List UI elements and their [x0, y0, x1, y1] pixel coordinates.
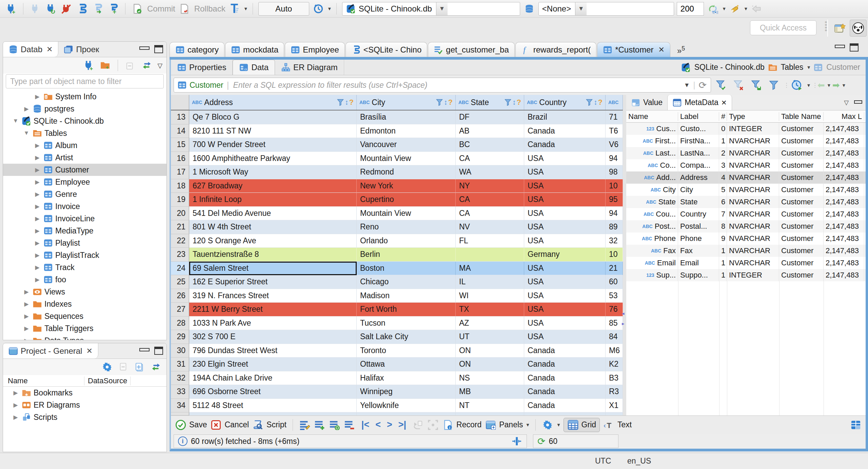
row-number[interactable]: 26 — [171, 289, 189, 303]
tab-overflow-indicator[interactable]: »5 — [677, 45, 685, 56]
maximize-icon[interactable] — [154, 45, 163, 53]
meta-column-table-name[interactable]: Table Name — [779, 112, 824, 121]
grid-cell[interactable]: NS — [456, 371, 524, 385]
chevron-right-icon[interactable]: ▶ — [23, 325, 30, 332]
text-view-button[interactable]: ‹T Text — [603, 419, 632, 431]
panel-menu-icon[interactable]: ▽ — [844, 99, 849, 106]
save-button[interactable]: Save — [175, 419, 207, 431]
grid-cell[interactable]: Mountain View — [357, 152, 456, 166]
chevron-right-icon[interactable]: ▶ — [12, 389, 19, 396]
column-hint-icon[interactable]: ? — [448, 98, 453, 107]
column-header-address[interactable]: ABCAddress↕? — [189, 95, 357, 110]
grid-cell[interactable]: 162 E Superior Street — [189, 275, 357, 289]
grid-cell[interactable]: Tauentzienstraße 8 — [189, 248, 357, 262]
metadata-row[interactable]: ABCLast...LastNa...2NVARCHARCustomer2,14… — [626, 147, 866, 159]
grid-cell[interactable]: USA — [524, 303, 606, 317]
minimize-icon[interactable] — [835, 45, 845, 48]
prev-row-icon[interactable]: < — [375, 420, 381, 430]
grid-cell[interactable]: AB — [456, 124, 524, 138]
tree-item-system-info[interactable]: ▶iSystem Info — [3, 90, 166, 103]
grid-cell[interactable]: USA — [524, 234, 606, 248]
minimize-icon[interactable] — [139, 46, 150, 50]
tab-database-navigator[interactable]: Datab ✕ — [3, 42, 58, 57]
grid-cell[interactable]: Canada — [524, 124, 606, 138]
maximize-icon[interactable] — [154, 347, 163, 355]
datasource-combo[interactable]: SQLite - Chinook.db ▼ — [342, 2, 520, 16]
grid-cell[interactable]: Reno — [357, 220, 456, 234]
tree-item-table-triggers[interactable]: ▶Table Triggers — [3, 322, 166, 334]
meta-column-max-l[interactable]: Max L — [824, 112, 864, 121]
refresh-count-box[interactable]: ⟳ 60 — [533, 434, 618, 448]
calc-panel-icon[interactable] — [850, 419, 862, 431]
grid-cell[interactable]: Canada — [524, 399, 606, 413]
panel-splitter[interactable]: ◂ ▸ — [623, 95, 626, 415]
grid-cell[interactable]: Halifax — [357, 371, 456, 385]
transaction-mode-caret[interactable]: ▾ — [244, 5, 247, 12]
row-number[interactable]: 16 — [171, 152, 189, 166]
metadata-row[interactable]: ABCCo...Compa...3NVARCHARCustomer2,147,4… — [626, 159, 866, 171]
grid-cell[interactable]: 76 — [606, 303, 623, 317]
breadcrumb-entity[interactable]: Customer — [826, 63, 860, 72]
object-filter-input[interactable]: Type part of object name to filter — [6, 74, 164, 88]
grid-cell[interactable]: Ottawa — [357, 358, 456, 371]
grid-cell[interactable]: Yellowknife — [357, 399, 456, 413]
grid-cell[interactable]: Mountain View — [357, 207, 456, 221]
column-header-country[interactable]: ABCCountry↕? — [524, 95, 606, 110]
sql-generator-caret[interactable]: ▾ — [745, 5, 747, 12]
project-item-er-diagrams[interactable]: ▶ER Diagrams — [3, 399, 166, 411]
metadata-row[interactable]: ABCStateState6NVARCHARCustomer2,147,483 — [626, 196, 866, 208]
grid-cell[interactable]: 94 — [606, 152, 623, 166]
nav-forward-icon[interactable]: ➡ — [832, 80, 840, 90]
grid-cell[interactable]: T6 — [606, 124, 623, 138]
grid-cell[interactable]: MA — [456, 262, 524, 276]
nav-new-folder-icon[interactable]: + — [99, 59, 112, 72]
chevron-down-icon[interactable]: ▼ — [12, 118, 19, 124]
tab-project-general[interactable]: Project - General ✕ — [3, 343, 98, 359]
tree-item-foo[interactable]: ▶foo — [3, 273, 166, 286]
tab-metadata[interactable]: MetaData ✕ — [667, 95, 732, 110]
column-hint-icon[interactable]: ? — [349, 98, 354, 107]
filter-funnel-icon[interactable] — [586, 99, 593, 106]
maximize-icon[interactable] — [850, 43, 859, 52]
close-icon[interactable]: ✕ — [721, 99, 727, 107]
grid-cell[interactable]: USA — [524, 179, 606, 193]
grid-cell[interactable]: BC — [456, 138, 524, 152]
grid-cell[interactable]: 84 — [606, 330, 623, 344]
chevron-right-icon[interactable]: ▶ — [34, 179, 41, 186]
grid-cell[interactable]: 53 — [606, 289, 623, 303]
grid-cell[interactable]: USA — [524, 317, 606, 330]
grid-cell[interactable]: USA — [524, 165, 606, 179]
grid-cell[interactable]: 89 — [606, 220, 623, 234]
grid-cell[interactable]: CA — [456, 193, 524, 207]
zoom-cell-icon[interactable] — [427, 419, 439, 431]
tree-item-customer[interactable]: ▶Customer — [3, 164, 166, 176]
project-col-datasource[interactable]: DataSource — [84, 376, 131, 385]
disconnect-icon[interactable] — [60, 2, 73, 15]
grid-cell[interactable]: Redmond — [357, 165, 456, 179]
grid-cell[interactable]: USA — [524, 262, 606, 276]
grid-cell[interactable]: 120 S Orange Ave — [189, 234, 357, 248]
splitter-expand-icon[interactable]: ▸ — [622, 321, 625, 327]
row-number[interactable]: 33 — [171, 385, 189, 399]
grid-cell[interactable]: Brasília — [357, 110, 456, 124]
grid-cell[interactable]: ON — [456, 344, 524, 358]
column-hint-icon[interactable]: ? — [517, 98, 521, 107]
tab-properties[interactable]: Properties — [171, 60, 233, 75]
grid-cell[interactable]: 5112 48 Street — [189, 399, 357, 413]
grid-cell[interactable]: Canada — [524, 138, 606, 152]
nav-back-icon[interactable]: ⬅ — [817, 80, 825, 90]
chevron-right-icon[interactable]: ▶ — [23, 301, 30, 308]
tab-data[interactable]: ‹› Data — [233, 60, 275, 75]
row-number[interactable]: 29 — [171, 330, 189, 344]
grid-cell[interactable]: NV — [456, 220, 524, 234]
new-connection-icon[interactable]: + — [5, 2, 18, 15]
minimize-icon[interactable] — [139, 348, 150, 351]
cancel-button[interactable]: Cancel — [210, 419, 249, 431]
editor-tab-get-customer-ba[interactable]: get_customer_ba — [428, 42, 514, 57]
tree-item-mediatype[interactable]: ▶MediaType — [3, 225, 166, 237]
sql-filter-input[interactable]: Customer | Enter a SQL expression to fil… — [174, 78, 711, 93]
new-sql-editor-icon[interactable] — [76, 2, 88, 15]
grid-settings-icon[interactable] — [542, 419, 553, 431]
row-number[interactable]: 18 — [171, 179, 189, 193]
row-number[interactable]: 17 — [171, 165, 189, 179]
